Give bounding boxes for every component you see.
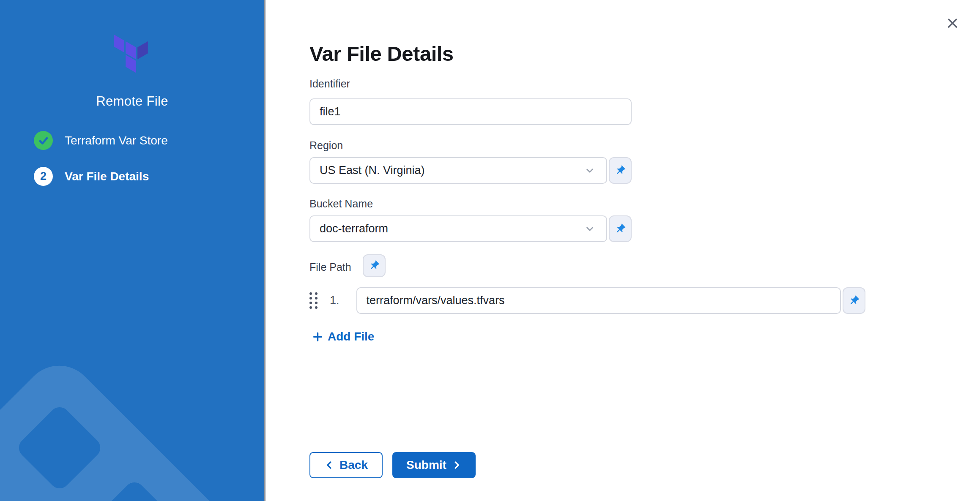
pin-icon [368,260,380,272]
wizard-title: Remote File [0,94,264,109]
bucket-name-label: Bucket Name [309,198,373,210]
step-number-badge: 2 [34,167,53,186]
close-button[interactable] [942,13,963,34]
back-button[interactable]: Back [309,452,383,478]
file-row-index: 1. [330,294,339,307]
identifier-label: Identifier [309,78,350,90]
submit-button[interactable]: Submit [392,452,476,478]
chevron-left-icon [324,460,334,470]
check-icon [38,135,49,146]
add-file-button[interactable]: Add File [312,329,374,345]
pin-icon [614,165,626,177]
plus-icon [312,331,323,343]
chevron-down-icon [584,165,595,176]
pin-icon [848,295,860,307]
bucket-name-select[interactable]: doc-terraform [309,215,607,242]
chevron-down-icon [584,223,595,234]
file-path-label: File Path [309,261,351,273]
step-label: Terraform Var Store [65,134,168,147]
file-path-row: 1. [309,287,866,314]
terraform-logo-icon [112,32,151,79]
region-label: Region [309,139,343,152]
file-path-input[interactable] [356,287,841,314]
page-title: Var File Details [309,42,454,65]
region-pin-button[interactable] [609,157,632,184]
watermark-logo [0,324,265,501]
chevron-right-icon [452,460,462,470]
bucket-selected-value: doc-terraform [310,222,584,235]
var-file-details-modal: Remote File Terraform Var Store 2 Var Fi… [0,0,980,501]
drag-handle-icon[interactable] [309,292,320,309]
step-completed-badge [34,131,53,150]
step-label: Var File Details [65,170,149,183]
region-select[interactable]: US East (N. Virginia) [309,157,607,184]
add-file-label: Add File [328,330,374,343]
submit-label: Submit [406,458,446,472]
file-path-pin-button[interactable] [363,254,386,277]
close-icon [946,17,959,30]
identifier-input[interactable] [309,98,632,125]
region-selected-value: US East (N. Virginia) [310,164,584,177]
wizard-sidebar: Remote File Terraform Var Store 2 Var Fi… [0,0,266,501]
step-var-file-details[interactable]: 2 Var File Details [34,167,262,186]
file-row-pin-button[interactable] [843,287,865,314]
back-label: Back [339,458,368,472]
bucket-pin-button[interactable] [609,215,632,242]
step-terraform-var-store[interactable]: Terraform Var Store [34,131,262,150]
pin-icon [614,223,626,235]
